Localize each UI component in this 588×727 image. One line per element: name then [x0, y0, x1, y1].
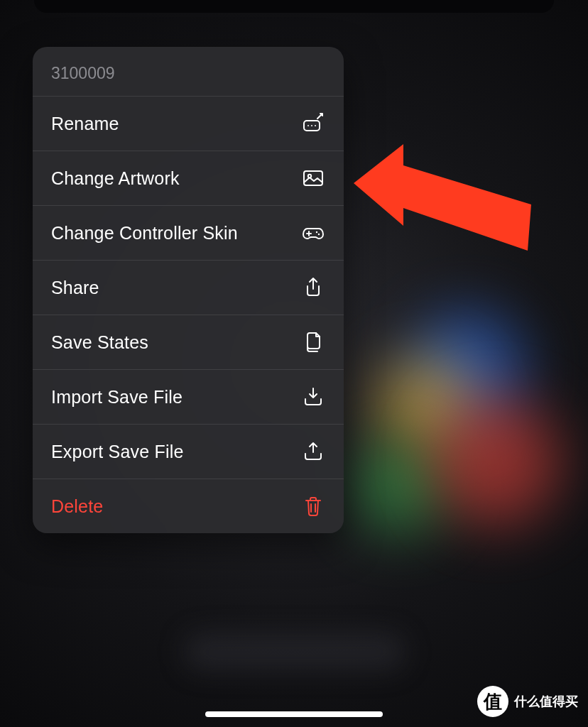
- watermark: 值 什么值得买: [477, 686, 578, 717]
- menu-item-label: Save States: [51, 332, 148, 353]
- menu-item-export-save-file[interactable]: Export Save File: [33, 424, 344, 479]
- screen: 3100009 Rename Change Artwork Change Con…: [0, 0, 588, 727]
- svg-marker-12: [354, 144, 531, 251]
- menu-item-label: Change Controller Skin: [51, 223, 238, 244]
- menu-item-change-controller-skin[interactable]: Change Controller Skin: [33, 205, 344, 260]
- svg-point-2: [311, 125, 312, 126]
- svg-point-3: [315, 125, 316, 126]
- annotation-arrow: [354, 141, 538, 285]
- menu-item-label: Import Save File: [51, 387, 183, 408]
- import-icon: [301, 385, 325, 409]
- svg-point-9: [318, 234, 320, 235]
- watermark-text: 什么值得买: [514, 693, 578, 710]
- menu-item-label: Share: [51, 278, 99, 298]
- menu-item-share[interactable]: Share: [33, 260, 344, 315]
- background-blob: [432, 398, 560, 525]
- image-icon: [301, 166, 325, 190]
- watermark-badge: 值: [477, 686, 508, 717]
- svg-point-1: [307, 125, 309, 126]
- trash-icon: [301, 494, 325, 518]
- share-icon: [301, 275, 325, 300]
- context-menu-title: 3100009: [33, 47, 344, 96]
- background-card: [34, 0, 554, 13]
- background-toolbar-blur: [185, 633, 405, 670]
- documents-icon: [301, 330, 325, 354]
- context-menu: 3100009 Rename Change Artwork Change Con…: [33, 47, 344, 533]
- menu-item-label: Export Save File: [51, 442, 184, 462]
- menu-item-delete[interactable]: Delete: [33, 479, 344, 533]
- menu-item-change-artwork[interactable]: Change Artwork: [33, 151, 344, 205]
- svg-point-8: [316, 231, 317, 233]
- menu-item-label: Rename: [51, 114, 119, 134]
- menu-item-save-states[interactable]: Save States: [33, 315, 344, 369]
- home-indicator[interactable]: [205, 711, 383, 717]
- controller-icon: [301, 221, 325, 245]
- menu-item-rename[interactable]: Rename: [33, 96, 344, 151]
- svg-rect-4: [304, 171, 322, 185]
- menu-item-import-save-file[interactable]: Import Save File: [33, 369, 344, 424]
- menu-item-label: Change Artwork: [51, 168, 180, 189]
- rename-icon: [301, 111, 325, 136]
- menu-item-label: Delete: [51, 496, 103, 517]
- export-icon: [301, 439, 325, 464]
